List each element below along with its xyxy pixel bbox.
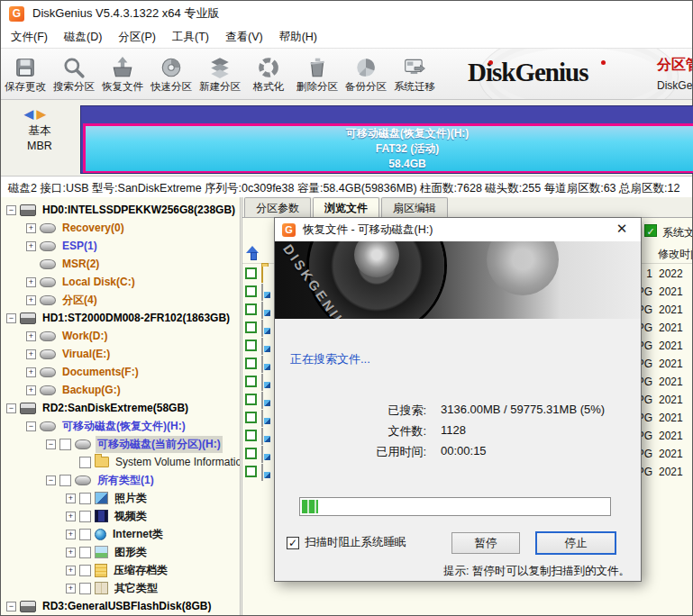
tree-item[interactable]: +压缩存档类 — [1, 561, 240, 579]
system-files-checkbox[interactable]: ✓ — [644, 224, 657, 237]
toolbar-button-删除分区[interactable]: 删除分区 — [293, 49, 342, 99]
toolbar-button-保存更改[interactable]: 保存更改 — [1, 49, 50, 99]
disk-bar[interactable]: 可移动磁盘(恢复文件)(H:) FAT32 (活动) 58.4GB — [80, 105, 693, 174]
dialog-close-icon[interactable]: ✕ — [612, 221, 632, 237]
expand-icon[interactable]: + — [66, 584, 76, 593]
tree-item[interactable]: +Documents(F:) — [1, 363, 240, 381]
expand-icon[interactable]: + — [26, 223, 36, 233]
toolbar-button-新建分区[interactable]: 新建分区 — [196, 49, 244, 99]
tree-item[interactable]: +分区(4) — [1, 291, 240, 309]
tree-checkbox[interactable] — [79, 565, 91, 576]
expand-icon[interactable]: + — [26, 241, 36, 251]
folder-up-icon[interactable] — [246, 246, 260, 259]
toolbar-button-恢复文件[interactable]: 恢复文件 — [98, 49, 147, 99]
tree-item[interactable]: System Volume Information — [1, 453, 240, 471]
file-checkbox[interactable] — [245, 285, 257, 297]
app-logo-icon: G — [9, 6, 24, 22]
tree-checkbox[interactable] — [79, 511, 91, 522]
tree-checkbox[interactable] — [79, 547, 91, 558]
menu-item[interactable]: 分区(P) — [110, 27, 164, 48]
menu-item[interactable]: 磁盘(D) — [56, 27, 110, 48]
tree-item[interactable]: −HD0:INTELSSDPEKKW256G8(238GB) — [1, 201, 240, 219]
toolbar-button-快速分区[interactable]: 快速分区 — [147, 49, 196, 99]
collapse-icon[interactable]: − — [6, 313, 16, 323]
toolbar-button-格式化[interactable]: 格式化 — [244, 49, 293, 99]
menu-bar: 文件(F)磁盘(D)分区(P)工具(T)查看(V)帮助(H) — [1, 26, 692, 48]
expand-icon[interactable]: + — [66, 566, 76, 575]
scroll-left-icon[interactable]: ◀ — [24, 107, 33, 121]
expand-icon[interactable]: + — [26, 367, 36, 377]
expand-icon[interactable]: + — [26, 277, 36, 287]
file-checkbox[interactable] — [245, 430, 257, 441]
file-checkbox[interactable] — [245, 412, 257, 423]
tree-item[interactable]: +Virual(E:) — [1, 345, 240, 363]
tree-checkbox[interactable] — [79, 583, 91, 594]
tree-checkbox[interactable] — [59, 475, 71, 486]
expand-icon[interactable]: + — [66, 494, 76, 503]
collapse-icon[interactable]: − — [46, 476, 56, 485]
tree-item[interactable]: −可移动磁盘(恢复文件)(H:) — [1, 417, 240, 435]
expand-icon[interactable]: + — [66, 548, 76, 557]
tree-checkbox[interactable] — [79, 457, 91, 468]
file-checkbox[interactable] — [245, 303, 257, 315]
tree-item[interactable]: +Local Disk(C:) — [1, 273, 240, 291]
tree-item[interactable]: +照片类 — [1, 489, 240, 507]
file-checkbox[interactable] — [245, 448, 257, 459]
tab-扇区编辑[interactable]: 扇区编辑 — [381, 197, 448, 217]
file-checkbox[interactable] — [245, 267, 257, 279]
stop-button[interactable]: 停止 — [535, 531, 616, 555]
scroll-right-icon[interactable]: ▶ — [37, 107, 46, 121]
expand-icon[interactable]: + — [26, 385, 36, 395]
image-file-icon — [261, 338, 263, 355]
tab-浏览文件[interactable]: 浏览文件 — [313, 197, 379, 218]
tree-item[interactable]: −RD2:SanDiskExtreme(58GB) — [1, 399, 240, 417]
stat-row: 文件数:1128 — [275, 423, 641, 444]
toolbar-button-系统迁移[interactable]: 系统迁移 — [390, 49, 439, 99]
tree-item[interactable]: +Recovery(0) — [1, 219, 240, 237]
tree-checkbox[interactable] — [79, 493, 91, 504]
file-checkbox[interactable] — [245, 322, 257, 333]
expand-icon[interactable]: + — [26, 331, 36, 341]
tree-item[interactable]: +Backup(G:) — [1, 381, 240, 399]
tree-item[interactable]: +其它类型 — [1, 579, 240, 597]
tree-item[interactable]: −可移动磁盘(当前分区)(H:) — [1, 435, 240, 453]
file-checkbox[interactable] — [245, 394, 257, 405]
collapse-icon[interactable]: − — [6, 205, 16, 215]
menu-item[interactable]: 帮助(H) — [271, 27, 325, 48]
modified-column-header[interactable]: 修改时间 — [658, 247, 692, 262]
tree-item[interactable]: +视频类 — [1, 507, 240, 525]
collapse-icon[interactable]: − — [6, 403, 16, 413]
expand-icon[interactable]: + — [66, 512, 76, 521]
tree-checkbox[interactable] — [59, 439, 71, 450]
pause-button[interactable]: 暂停 — [451, 532, 520, 554]
expand-icon[interactable]: + — [66, 530, 76, 539]
tree-item[interactable]: −所有类型(1) — [1, 471, 240, 489]
menu-item[interactable]: 工具(T) — [164, 27, 217, 48]
collapse-icon[interactable]: − — [46, 439, 56, 449]
toolbar-button-备份分区[interactable]: 备份分区 — [342, 49, 390, 99]
video-icon — [95, 510, 108, 522]
file-checkbox[interactable] — [245, 376, 257, 387]
collapse-icon[interactable]: − — [6, 602, 16, 611]
file-checkbox[interactable] — [245, 340, 257, 351]
tab-分区参数[interactable]: 分区参数 — [244, 197, 311, 217]
expand-icon[interactable]: + — [26, 349, 36, 359]
file-checkbox[interactable] — [245, 358, 257, 369]
tree-item[interactable]: +Work(D:) — [1, 327, 240, 345]
tree-item[interactable]: +Internet类 — [1, 525, 240, 543]
menu-item[interactable]: 文件(F) — [3, 27, 56, 48]
tree-item[interactable]: +ESP(1) — [1, 237, 240, 255]
tree-item[interactable]: −RD3:GeneralUSBFlashDisk(8GB) — [1, 597, 240, 615]
selected-partition-box[interactable]: 可移动磁盘(恢复文件)(H:) FAT32 (活动) 58.4GB — [83, 123, 693, 174]
tree-item[interactable]: +图形类 — [1, 543, 240, 561]
tree-checkbox[interactable] — [79, 529, 91, 540]
tree-item[interactable]: −HD1:ST2000DM008-2FR102(1863GB) — [1, 309, 240, 327]
menu-item[interactable]: 查看(V) — [217, 27, 271, 48]
tree-item[interactable]: MSR(2) — [1, 255, 240, 273]
expand-icon[interactable]: + — [26, 295, 36, 305]
toolbar-button-搜索分区[interactable]: 搜索分区 — [50, 49, 98, 99]
file-checkbox[interactable] — [245, 466, 257, 477]
image-file-icon — [261, 464, 263, 481]
prevent-sleep-checkbox[interactable]: ✓ — [287, 537, 299, 549]
collapse-icon[interactable]: − — [26, 421, 36, 431]
